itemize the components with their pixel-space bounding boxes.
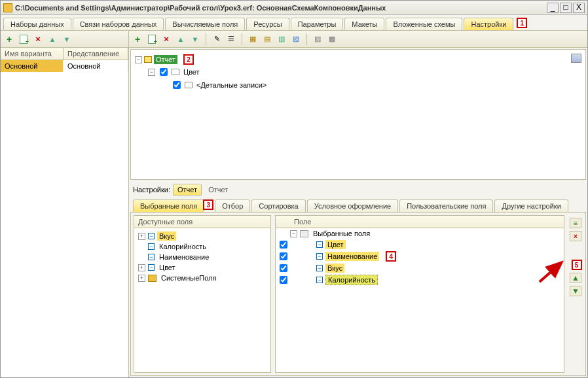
x-icon: × — [35, 34, 41, 44]
selected-field[interactable]: − Вкус — [276, 262, 564, 274]
separator — [242, 33, 242, 45]
up-icon: ▲ — [177, 35, 185, 43]
expander-icon[interactable]: − — [290, 230, 297, 237]
root-label: Отчет — [154, 55, 177, 64]
move-down-button[interactable]: ▼ — [61, 33, 73, 45]
node-label: Цвет — [181, 67, 202, 77]
variant-name-cell: Основной — [1, 60, 64, 72]
delete-button[interactable]: × — [32, 33, 44, 45]
node-checkbox[interactable] — [173, 81, 181, 89]
marker-4: 4 — [386, 251, 396, 262]
st-add-button[interactable]: + — [132, 33, 143, 45]
node-label: <Детальные записи> — [194, 80, 268, 90]
field-icon: − — [148, 264, 155, 271]
st-grp4-button[interactable]: ▧ — [290, 33, 302, 45]
selected-field[interactable]: − Цвет — [276, 239, 564, 250]
tab-parameters[interactable]: Параметры — [291, 18, 344, 30]
field-up-button[interactable]: ▲ — [570, 273, 581, 283]
field-icon: − — [316, 265, 323, 271]
tree-node-color[interactable]: − Цвет — [135, 65, 581, 78]
maximize-button[interactable]: □ — [560, 3, 572, 13]
tree-root[interactable]: − Отчет 2 — [135, 54, 581, 65]
st-move-up-button[interactable]: ▲ — [175, 33, 187, 45]
field-icon: − — [316, 241, 323, 248]
tree-node-detail[interactable]: <Детальные записи> — [135, 78, 581, 92]
settings-breadcrumb: Настройки: Отчет Отчет — [130, 182, 586, 197]
move-up-button[interactable]: ▲ — [46, 33, 58, 45]
field-down-button[interactable]: ▼ — [570, 286, 581, 296]
settings-label: Настройки: — [133, 186, 170, 194]
expander-icon[interactable]: + — [138, 264, 145, 271]
field-label: Калорийность — [157, 242, 208, 251]
expander-icon[interactable]: − — [135, 56, 142, 63]
app-window: C:\Documents and Settings\Администратор\… — [0, 0, 588, 378]
available-field[interactable]: + СистемныеПоля — [137, 273, 268, 283]
st-move-down-button[interactable]: ▼ — [189, 33, 201, 45]
selected-field[interactable]: − Калорийность — [276, 274, 564, 286]
row-checkbox[interactable] — [280, 264, 287, 272]
variants-toolbar: + × ▲ ▼ — [1, 31, 128, 48]
available-header: Доступные поля — [134, 216, 270, 228]
minimize-button[interactable]: _ — [547, 3, 559, 13]
tab-calculated-fields[interactable]: Вычисляемые поля — [165, 18, 245, 30]
expander-icon[interactable]: + — [138, 275, 145, 282]
field-label: Цвет — [157, 263, 177, 272]
subtab-filter[interactable]: Отбор — [215, 199, 250, 212]
field-icon: − — [316, 277, 323, 283]
st-grp3-button[interactable]: ▥ — [276, 33, 287, 45]
tab-nested-schemas[interactable]: Вложенные схемы — [386, 18, 462, 30]
sub-body: Доступные поля + − Вкус − Калорийность — [130, 213, 586, 376]
st-props-button[interactable]: ☰ — [225, 33, 237, 45]
st-grp5-button[interactable]: ▨ — [312, 33, 323, 45]
subtab-sorting[interactable]: Сортировка — [251, 199, 305, 212]
titlebar: C:\Documents and Settings\Администратор\… — [1, 1, 587, 15]
available-field[interactable]: − Калорийность — [137, 241, 268, 252]
st-delete-button[interactable]: × — [160, 33, 172, 45]
variant-row[interactable]: Основной Основной — [1, 60, 128, 72]
expander-icon[interactable]: + — [138, 233, 145, 240]
selected-body: − Выбранные поля − Цвет — [276, 228, 564, 372]
subtab-user-fields[interactable]: Пользовательские поля — [399, 199, 493, 212]
subtab-other[interactable]: Другие настройки — [494, 199, 568, 212]
available-field[interactable]: + − Цвет — [137, 262, 268, 273]
tab-dataset-links[interactable]: Связи наборов данных — [73, 18, 164, 30]
st-edit-button[interactable]: ✎ — [211, 33, 223, 45]
node-checkbox[interactable] — [160, 68, 168, 76]
selected-field[interactable]: − Наименование 4 — [276, 250, 564, 262]
breadcrumb-report-tab[interactable]: Отчет — [173, 184, 202, 196]
structure-tree: − Отчет 2 − Цвет <Детальные записи> — [130, 49, 586, 180]
st-grp2-button[interactable]: ▤ — [261, 33, 273, 45]
field-icon: − — [148, 233, 155, 239]
selected-group[interactable]: − Выбранные поля — [276, 228, 564, 239]
custom-expr-button[interactable]: ≡ — [570, 218, 581, 228]
field-label: Вкус — [325, 264, 344, 273]
available-field[interactable]: − Наименование — [137, 252, 268, 262]
st-grp6-button[interactable]: ▩ — [326, 33, 338, 45]
available-field[interactable]: + − Вкус — [137, 231, 268, 241]
main-tabs: Наборы данных Связи наборов данных Вычис… — [1, 15, 587, 31]
group-icon — [172, 69, 179, 75]
tab-resources[interactable]: Ресурсы — [246, 18, 289, 30]
list-mode-icon[interactable] — [571, 54, 581, 63]
tab-datasets[interactable]: Наборы данных — [3, 18, 71, 30]
st-add-copy-button[interactable] — [146, 33, 158, 45]
field-label: Калорийность — [325, 275, 378, 285]
st-grp1-button[interactable]: ▦ — [247, 33, 259, 45]
field-icon: − — [148, 243, 155, 250]
subtab-selected-fields[interactable]: Выбранные поля — [133, 199, 204, 212]
row-checkbox[interactable] — [280, 252, 287, 260]
app-icon — [3, 3, 12, 12]
tab-layouts[interactable]: Макеты — [344, 18, 384, 30]
subtab-conditional[interactable]: Условное оформление — [307, 199, 398, 212]
variants-grid-header: Имя варианта Представление — [1, 48, 128, 60]
remove-button[interactable]: × — [570, 231, 581, 241]
add-copy-button[interactable] — [18, 33, 29, 45]
close-button[interactable]: X — [573, 3, 585, 13]
expander-icon[interactable]: − — [148, 69, 155, 76]
add-button[interactable]: + — [3, 33, 15, 45]
row-checkbox[interactable] — [280, 276, 287, 284]
selected-fields-pane: Поле − Выбранные поля — [275, 215, 564, 373]
tab-settings[interactable]: Настройки — [464, 18, 513, 30]
row-checkbox[interactable] — [280, 241, 287, 249]
field-icon: − — [316, 253, 323, 260]
